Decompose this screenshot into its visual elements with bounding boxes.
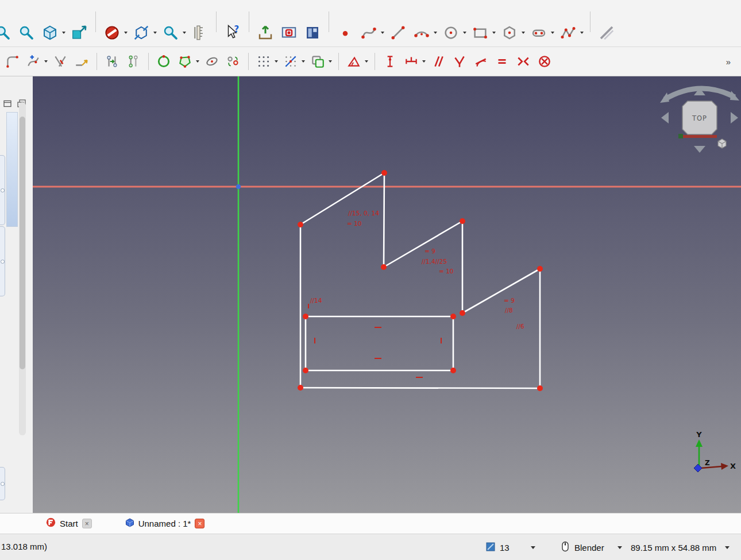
constraint-label[interactable]: //14: [310, 297, 322, 304]
create-rectangle-icon[interactable]: [469, 22, 491, 44]
tangent-constraint-icon[interactable]: [471, 52, 491, 71]
constraint-label[interactable]: //1,4//25: [422, 258, 447, 265]
extend-edge-icon[interactable]: [72, 52, 91, 71]
zoom-tools-icon[interactable]: [160, 22, 182, 44]
bounding-box-icon-dropdown[interactable]: [152, 32, 158, 34]
create-polyline-icon-dropdown[interactable]: [579, 32, 585, 34]
snap-toggle-icon-dropdown[interactable]: [300, 60, 306, 63]
toolbar-expand-icon[interactable]: »: [721, 55, 735, 69]
block-constraint-icon[interactable]: [535, 52, 554, 71]
sketch-canvas[interactable]: //15, 0, 14= 10= 9//1,4//25= 10//14= 9//…: [33, 76, 741, 513]
bounding-box-icon[interactable]: [130, 22, 152, 44]
create-bspline-icon[interactable]: [358, 22, 380, 44]
whats-this-icon[interactable]: ?: [222, 22, 244, 44]
panels-icon[interactable]: [302, 22, 323, 44]
snap-toggle-icon[interactable]: [281, 52, 300, 71]
sketch-point[interactable]: [537, 385, 543, 391]
tab-start-close-icon[interactable]: ×: [82, 519, 92, 528]
navigation-style-control[interactable]: Blender: [560, 534, 622, 560]
vertical-distance-icon[interactable]: [380, 52, 400, 71]
sketch-point[interactable]: [381, 170, 387, 176]
measure-icon[interactable]: [189, 22, 211, 44]
angle-constraint-icon-dropdown[interactable]: [364, 60, 369, 63]
grid-toggle-icon-dropdown[interactable]: [273, 60, 279, 63]
copy-tool-icon[interactable]: [223, 52, 243, 71]
clipping-plane-icon-dropdown[interactable]: [123, 32, 129, 34]
connect-edges-icon[interactable]: [175, 52, 195, 71]
fillet-icon[interactable]: [2, 52, 22, 71]
constraint-label[interactable]: //15, 0, 14: [348, 210, 379, 217]
sketch-edge[interactable]: [300, 388, 540, 388]
navcube-corner[interactable]: [678, 134, 683, 138]
3d-viewport[interactable]: //15, 0, 14= 10= 9//1,4//25= 10//14= 9//…: [33, 76, 741, 513]
arrow-down-icon[interactable]: [694, 146, 705, 153]
navcube-front-edge[interactable]: [682, 135, 717, 138]
create-bspline-icon-dropdown[interactable]: [380, 32, 385, 34]
sketch-point[interactable]: [537, 266, 543, 272]
create-rectangle-icon-dropdown[interactable]: [491, 32, 497, 34]
isometric-view-icon-dropdown[interactable]: [61, 32, 67, 34]
symmetric-constraint-icon[interactable]: [514, 52, 533, 71]
create-point-icon[interactable]: [334, 22, 356, 44]
close-shape-icon[interactable]: [154, 52, 173, 71]
trim-edge-icon[interactable]: [51, 52, 70, 71]
rotate-left-icon[interactable]: [660, 92, 669, 103]
clipping-plane-icon[interactable]: [101, 22, 123, 44]
rendering-order-icon[interactable]: [308, 52, 327, 71]
grid-toggle-icon[interactable]: [254, 52, 273, 71]
equal-constraint-icon[interactable]: [492, 52, 512, 71]
arrow-right-icon[interactable]: [731, 112, 738, 123]
angle-constraint-icon[interactable]: [344, 52, 364, 71]
collapsed-panel-tab[interactable]: [0, 467, 5, 500]
navigation-cube[interactable]: TOP: [660, 88, 739, 153]
navigation-style-caret-icon[interactable]: [618, 546, 622, 549]
select-elements-icon[interactable]: [124, 52, 143, 71]
sketch-edge[interactable]: [384, 173, 384, 267]
view-capture-icon[interactable]: [278, 22, 300, 44]
parallel-constraint-icon[interactable]: [429, 52, 448, 71]
perpendicular-constraint-icon[interactable]: [450, 52, 469, 71]
sketch-point[interactable]: [298, 222, 303, 227]
create-slot-icon-dropdown[interactable]: [550, 32, 555, 34]
zoom-tools-icon-dropdown[interactable]: [182, 32, 187, 34]
sketch-point[interactable]: [460, 218, 465, 224]
tab-unnamed-close-icon[interactable]: ×: [195, 519, 204, 528]
collapsed-panel-tab[interactable]: [0, 226, 5, 296]
sketch-point[interactable]: [303, 314, 308, 319]
create-line-icon[interactable]: [387, 22, 409, 44]
create-polygon-icon[interactable]: [499, 22, 520, 44]
view-dimensions-control[interactable]: 89.15 mm x 54.88 mm: [631, 534, 730, 560]
origin-point[interactable]: [236, 184, 241, 189]
sketch-point[interactable]: [381, 264, 387, 270]
collapsed-panel-tab[interactable]: [0, 155, 5, 225]
create-polygon-icon-dropdown[interactable]: [520, 32, 526, 34]
symmetry-icon[interactable]: [202, 52, 222, 71]
bspline-insert-knot-icon-dropdown[interactable]: [43, 60, 49, 63]
constraint-label[interactable]: = 10: [439, 268, 454, 275]
zoom-selection-icon[interactable]: [16, 22, 37, 44]
create-circle-icon[interactable]: [440, 22, 462, 44]
construction-geometry-icon[interactable]: [596, 22, 618, 44]
isometric-view-icon[interactable]: [39, 22, 61, 44]
sketch-point[interactable]: [450, 314, 456, 319]
rail-scrollbar[interactable]: [20, 117, 25, 369]
connect-edges-icon-dropdown[interactable]: [195, 60, 200, 63]
collapsed-combo-view-preview[interactable]: [6, 112, 18, 227]
arrow-left-icon[interactable]: [661, 112, 669, 123]
panel-layout-icon[interactable]: [3, 99, 13, 109]
sketch-point[interactable]: [298, 385, 303, 391]
sketch-point[interactable]: [303, 368, 308, 373]
align-to-selection-icon[interactable]: [68, 22, 90, 44]
create-slot-icon[interactable]: [528, 22, 550, 44]
create-arc-icon-dropdown[interactable]: [433, 32, 438, 34]
constraint-label[interactable]: = 9: [504, 297, 515, 304]
create-polyline-icon[interactable]: [557, 22, 579, 44]
view-fit-all-icon[interactable]: [0, 22, 14, 44]
view-dimensions-caret-icon[interactable]: [725, 546, 730, 549]
sketch-point[interactable]: [460, 310, 465, 316]
tab-start[interactable]: Start ×: [41, 516, 97, 531]
horizontal-distance-icon[interactable]: [402, 52, 421, 71]
constraint-label[interactable]: //6: [516, 323, 524, 330]
sketch-edge[interactable]: [300, 173, 384, 225]
horizontal-distance-icon-dropdown[interactable]: [421, 60, 427, 63]
